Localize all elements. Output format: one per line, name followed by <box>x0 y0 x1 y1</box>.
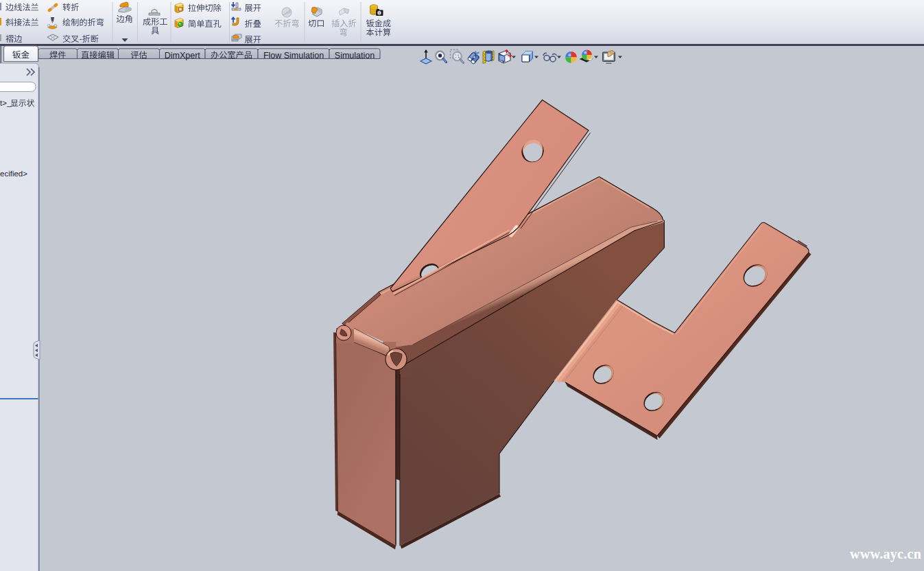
svg-text:ecified>: ecified> <box>0 170 27 178</box>
svg-text:DimXpert: DimXpert <box>165 51 201 60</box>
svg-text:www.ayc.cn: www.ayc.cn <box>850 546 921 562</box>
svg-text:Simulation: Simulation <box>335 51 375 60</box>
svg-text:t>_: t>_ <box>0 99 12 107</box>
svg-text:Flow Simulation: Flow Simulation <box>263 51 324 60</box>
